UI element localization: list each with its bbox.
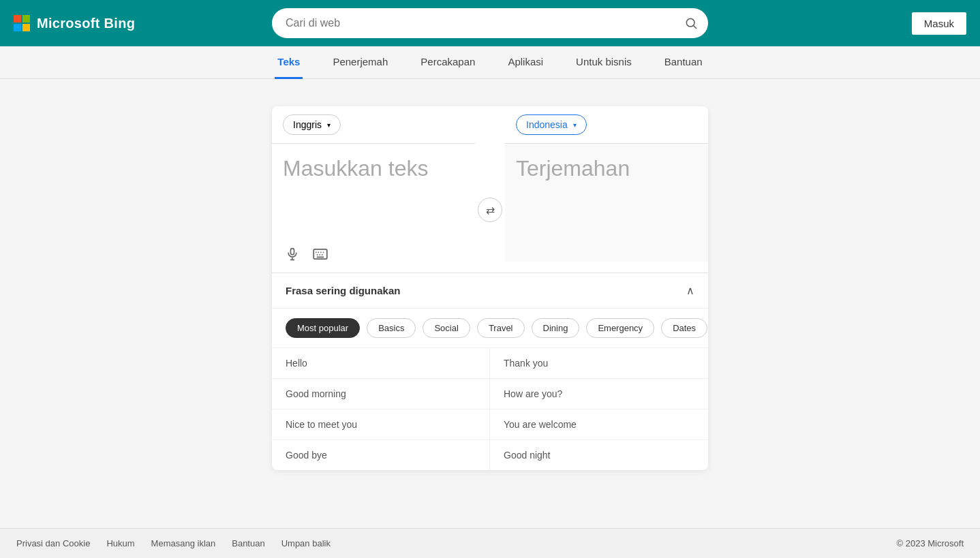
svg-rect-2 (291, 249, 294, 255)
nav-item-untuk-bisnis[interactable]: Untuk bisnis (573, 46, 634, 79)
phrase-item-how-are-you[interactable]: How are you? (490, 379, 708, 409)
phrase-item-nice-to-meet-you[interactable]: Nice to meet you (272, 409, 490, 440)
nav-item-bantuan[interactable]: Bantuan (662, 46, 705, 79)
category-emergency[interactable]: Emergency (586, 318, 654, 338)
source-lang-chevron-icon: ▾ (327, 121, 331, 129)
logo-area: Microsoft Bing (14, 15, 136, 31)
footer-link-ads[interactable]: Memasang iklan (151, 538, 216, 548)
main-content: Inggris ▾ Masukkan teks (0, 79, 980, 528)
swap-languages-button[interactable]: ⇄ (478, 198, 502, 222)
keyboard-button[interactable] (310, 246, 331, 266)
bing-logo-text: Microsoft Bing (37, 16, 135, 31)
category-basics[interactable]: Basics (367, 318, 416, 338)
masuk-button[interactable]: Masuk (912, 12, 966, 35)
target-text-area: Terjemahan (505, 144, 708, 262)
phrase-item-good-bye[interactable]: Good bye (272, 440, 490, 470)
phrases-list: Hello Thank you Good morning How are you… (272, 348, 708, 470)
search-bar (272, 8, 708, 38)
phrase-item-good-night[interactable]: Good night (490, 440, 708, 470)
phrase-item-hello[interactable]: Hello (272, 348, 490, 379)
phrase-item-thank-you[interactable]: Thank you (490, 348, 708, 379)
phrases-section: Frasa sering digunakan ∧ Most popular Ba… (272, 273, 708, 470)
category-dates[interactable]: Dates (661, 318, 707, 338)
search-input[interactable] (272, 8, 708, 38)
source-lang-footer (272, 239, 475, 273)
svg-point-0 (686, 18, 694, 27)
translation-output-placeholder: Terjemahan (516, 155, 697, 183)
footer-link-feedback[interactable]: Umpan balik (281, 538, 331, 548)
nav-item-penerjemah[interactable]: Penerjemah (330, 46, 391, 79)
phrase-item-you-are-welcome[interactable]: You are welcome (490, 409, 708, 440)
phrases-title: Frasa sering digunakan (286, 285, 400, 296)
source-panel: Inggris ▾ Masukkan teks (272, 106, 475, 273)
footer-link-hukum[interactable]: Hukum (106, 538, 134, 548)
target-lang-footer (505, 262, 708, 273)
header: Microsoft Bing Masuk (0, 0, 980, 46)
target-lang-header: Indonesia ▾ (505, 106, 708, 144)
category-travel[interactable]: Travel (477, 318, 525, 338)
category-most-popular[interactable]: Most popular (286, 318, 360, 338)
header-right: Masuk (844, 12, 966, 35)
source-lang-header: Inggris ▾ (272, 106, 475, 144)
microsoft-logo-icon (14, 15, 30, 31)
search-icon (684, 16, 698, 30)
search-button[interactable] (674, 8, 708, 38)
phrases-header: Frasa sering digunakan ∧ (272, 273, 708, 309)
nav-item-percakapan[interactable]: Percakapan (418, 46, 478, 79)
translator-card: Inggris ▾ Masukkan teks (272, 106, 708, 470)
target-lang-chevron-icon: ▾ (573, 121, 577, 129)
footer-copyright: © 2023 Microsoft (897, 538, 964, 548)
source-text-area[interactable]: Masukkan teks (272, 144, 475, 239)
keyboard-icon (313, 249, 328, 260)
mic-button[interactable] (283, 245, 302, 267)
mic-icon (286, 247, 299, 261)
nav-item-aplikasi[interactable]: Aplikasi (505, 46, 546, 79)
phrases-collapse-button[interactable]: ∧ (686, 284, 694, 297)
target-panel: Indonesia ▾ Terjemahan (505, 106, 708, 273)
swap-container: ⇄ (475, 106, 505, 273)
source-placeholder: Masukkan teks (283, 155, 464, 183)
nav-bar: Teks Penerjemah Percakapan Aplikasi Untu… (0, 46, 980, 79)
target-lang-selector[interactable]: Indonesia ▾ (516, 114, 587, 135)
phrases-categories: Most popular Basics Social Travel Dining… (272, 309, 708, 348)
category-social[interactable]: Social (423, 318, 470, 338)
footer-links: Privasi dan Cookie Hukum Memasang iklan … (16, 538, 331, 548)
source-lang-selector[interactable]: Inggris ▾ (283, 114, 341, 135)
footer-link-bantuan[interactable]: Bantuan (232, 538, 264, 548)
source-lang-label: Inggris (293, 119, 322, 130)
footer-link-privacy[interactable]: Privasi dan Cookie (16, 538, 90, 548)
svg-line-1 (694, 26, 696, 29)
target-lang-label: Indonesia (526, 119, 568, 130)
category-dining[interactable]: Dining (532, 318, 580, 338)
footer: Privasi dan Cookie Hukum Memasang iklan … (0, 528, 980, 558)
phrase-item-good-morning[interactable]: Good morning (272, 379, 490, 409)
nav-item-teks[interactable]: Teks (275, 46, 303, 79)
translation-area: Inggris ▾ Masukkan teks (272, 106, 708, 273)
